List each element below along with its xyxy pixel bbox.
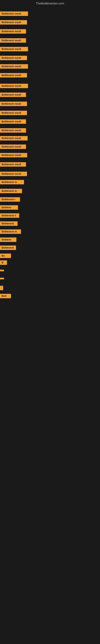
bottleneck-result-badge[interactable]: Bottleneck: [0, 246, 16, 250]
bottleneck-result-badge[interactable]: Bottleneck re: [0, 180, 24, 184]
bottleneck-result-badge[interactable]: Bottleneck result: [0, 119, 26, 124]
bottleneck-result-badge[interactable]: Bottleneck result: [0, 153, 27, 158]
bottleneck-result-badge[interactable]: Bottleneck result: [0, 92, 26, 97]
bottleneck-result-badge[interactable]: Bottleneck result: [0, 136, 28, 140]
bottleneck-result-badge[interactable]: Bottleneck re: [0, 230, 21, 234]
bottleneck-result-badge[interactable]: Bottleneck result: [0, 144, 26, 149]
bottleneck-result-badge[interactable]: Bottleneck re: [0, 189, 22, 193]
bottleneck-result-badge[interactable]: Bottleneck result: [0, 73, 27, 78]
bottleneck-result-badge[interactable]: Bott: [0, 294, 11, 298]
bottleneck-result-badge[interactable]: Bottleneck result: [0, 64, 28, 69]
bottleneck-result-badge[interactable]: Bottleneck result: [0, 172, 27, 176]
bottleneck-result-badge[interactable]: B: [0, 260, 7, 265]
bottleneck-result-badge[interactable]: Bottleneck r: [0, 197, 20, 202]
bottleneck-result-badge[interactable]: Bo: [0, 254, 11, 258]
bottleneck-result-badge[interactable]: [0, 278, 4, 279]
bottleneck-result-badge[interactable]: Bottleneck result: [0, 111, 27, 115]
bottleneck-result-badge[interactable]: Bottleneck result: [0, 29, 26, 34]
bottleneck-result-badge[interactable]: Bottleneck result: [0, 84, 28, 88]
bottleneck-result-badge[interactable]: Bottlene: [0, 205, 18, 210]
bottleneck-result-badge[interactable]: Bottleneck result: [0, 162, 26, 167]
bottleneck-result-badge[interactable]: Bottlene: [0, 238, 16, 242]
bottleneck-result-badge[interactable]: [0, 270, 4, 271]
bottleneck-result-badge[interactable]: Bottleneck result: [0, 12, 28, 16]
bottleneck-result-badge[interactable]: Bottleneck n: [0, 213, 19, 218]
bottleneck-result-badge[interactable]: Bottleneck: [0, 222, 18, 226]
bottleneck-result-badge[interactable]: Bottleneck result: [0, 56, 27, 60]
bottleneck-result-badge[interactable]: ·: [0, 286, 3, 290]
bottleneck-result-badge[interactable]: Bottleneck result: [0, 102, 27, 106]
bottleneck-result-badge[interactable]: Bottleneck result: [0, 47, 28, 51]
site-title: TheBottlenecker.com: [0, 0, 100, 8]
header: TheBottlenecker.com: [0, 0, 100, 8]
bottleneck-result-badge[interactable]: Bottleneck result: [0, 38, 26, 43]
bottleneck-result-badge[interactable]: Bottleneck result: [0, 20, 27, 24]
bottleneck-result-badge[interactable]: Bottleneck result: [0, 128, 26, 132]
